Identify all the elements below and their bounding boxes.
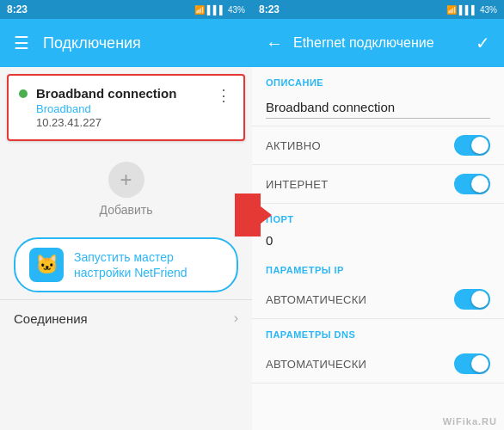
watermark: WiFika.RU <box>443 416 497 427</box>
right-content: ОПИСАНИЕ Broadband connection АКТИВНО ИН… <box>252 67 504 430</box>
status-icons-right: 📶 ▌▌▌ 43% <box>446 5 497 15</box>
description-field[interactable]: Broadband connection <box>252 93 504 126</box>
netfriend-label: Запустить мастер настройки NetFriend <box>74 249 187 280</box>
internet-toggle[interactable] <box>454 174 490 194</box>
dns-auto-label: АВТОМАТИЧЕСКИ <box>266 358 366 371</box>
connection-type: Broadband <box>36 102 176 115</box>
signal-icon-right: ▌▌▌ <box>459 5 477 15</box>
arrow-indicator <box>230 189 274 241</box>
netfriend-icon: 🐱 <box>29 248 64 282</box>
more-options-icon[interactable]: ⋮ <box>214 86 233 105</box>
status-icons-left: 📶 ▌▌▌ 43% <box>194 5 245 15</box>
status-bar-left: 8:23 📶 ▌▌▌ 43% <box>0 0 252 19</box>
netfriend-button[interactable]: 🐱 Запустить мастер настройки NetFriend <box>14 237 238 292</box>
add-button[interactable]: + <box>108 162 144 198</box>
add-label: Добавить <box>100 203 153 217</box>
ip-auto-toggle-row[interactable]: АВТОМАТИЧЕСКИ <box>252 280 504 319</box>
add-area: + Добавить <box>0 162 252 217</box>
ip-params-label: ПАРАМЕТРЫ IP <box>252 255 504 280</box>
signal-icon: ▌▌▌ <box>207 5 225 15</box>
svg-marker-0 <box>235 194 272 236</box>
wifi-icon: 📶 <box>194 5 205 15</box>
connections-label: Соединения <box>14 311 88 326</box>
left-panel: 8:23 📶 ▌▌▌ 43% ☰ Подключения Broadband c… <box>0 0 252 430</box>
battery-right: 43% <box>480 5 497 15</box>
right-panel: 8:23 📶 ▌▌▌ 43% ← Ethernet подключение ✓ … <box>252 0 504 430</box>
active-label: АКТИВНО <box>266 139 321 152</box>
connection-card[interactable]: Broadband connection Broadband 10.23.41.… <box>7 74 245 141</box>
left-header: ☰ Подключения <box>0 19 252 67</box>
ip-auto-toggle[interactable] <box>454 289 490 310</box>
check-icon[interactable]: ✓ <box>476 33 490 53</box>
port-value: 0 <box>252 230 504 255</box>
connection-status-dot <box>19 89 28 98</box>
ip-auto-label: АВТОМАТИЧЕСКИ <box>266 293 366 306</box>
connection-ip: 10.23.41.227 <box>36 116 176 129</box>
menu-icon[interactable]: ☰ <box>14 33 29 53</box>
description-value: Broadband connection <box>266 100 490 119</box>
connection-name: Broadband connection <box>36 86 176 101</box>
active-toggle-row[interactable]: АКТИВНО <box>252 126 504 165</box>
active-toggle[interactable] <box>454 135 490 156</box>
port-section-label: ПОРТ <box>252 204 504 230</box>
right-header: ← Ethernet подключение ✓ <box>252 19 504 67</box>
connections-section[interactable]: Соединения › <box>0 299 252 336</box>
wifi-icon-right: 📶 <box>446 5 457 15</box>
chevron-right-icon: › <box>234 310 238 326</box>
dns-auto-toggle[interactable] <box>454 353 490 374</box>
back-icon[interactable]: ← <box>266 34 283 53</box>
connection-info: Broadband connection Broadband 10.23.41.… <box>36 86 176 129</box>
right-header-title: Ethernet подключение <box>293 35 465 51</box>
description-section-label: ОПИСАНИЕ <box>252 67 504 93</box>
internet-toggle-row[interactable]: ИНТЕРНЕТ <box>252 165 504 204</box>
status-time-right: 8:23 <box>259 3 280 15</box>
status-bar-right: 8:23 📶 ▌▌▌ 43% <box>252 0 504 19</box>
left-header-title: Подключения <box>43 34 238 52</box>
internet-label: ИНТЕРНЕТ <box>266 178 328 191</box>
battery-left: 43% <box>228 5 245 15</box>
dns-auto-toggle-row[interactable]: АВТОМАТИЧЕСКИ <box>252 345 504 384</box>
status-time-left: 8:23 <box>7 3 28 15</box>
dns-params-label: ПАРАМЕТРЫ DNS <box>252 319 504 345</box>
connection-card-left: Broadband connection Broadband 10.23.41.… <box>19 86 176 129</box>
